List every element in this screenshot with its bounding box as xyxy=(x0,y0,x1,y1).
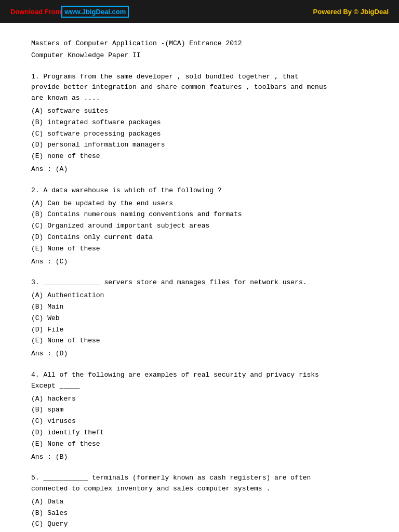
answer-3: Ans : (D) xyxy=(31,349,368,360)
option-4-5: (E) None of these xyxy=(31,439,368,450)
option-5-1: (A) Data xyxy=(31,497,368,508)
option-4-4: (D) identify theft xyxy=(31,428,368,438)
question-text-1: 1. Programs from the same developer , so… xyxy=(31,72,368,104)
header-line1: Masters of Computer Application -(MCA) E… xyxy=(31,38,368,49)
option-3-1: (A) Authentication xyxy=(31,290,368,301)
question-text-5: 5. ___________ terminals (formerly known… xyxy=(31,473,368,495)
question-text-3: 3. ______________ servers store and mana… xyxy=(31,277,368,288)
option-3-4: (D) File xyxy=(31,325,368,336)
powered-label: Powered By © JbigDeal xyxy=(313,8,389,16)
option-2-5: (E) None of these xyxy=(31,244,368,255)
question-text-2: 2. A data warehouse is which of the foll… xyxy=(31,185,368,196)
option-1-1: (A) software suites xyxy=(31,106,368,117)
header-line2: Computer Knowledge Paper II xyxy=(31,50,368,61)
option-4-3: (C) viruses xyxy=(31,416,368,427)
option-5-3: (C) Query xyxy=(31,519,368,530)
download-label: Download From xyxy=(10,8,61,16)
option-2-2: (B) Contains numerous naming conventions… xyxy=(31,209,368,220)
answer-1: Ans : (A) xyxy=(31,164,368,175)
main-content: Masters of Computer Application -(MCA) E… xyxy=(0,23,399,532)
option-1-3: (C) software processing packages xyxy=(31,129,368,140)
question-block-4: 4. All of the following are examples of … xyxy=(31,370,368,462)
option-4-1: (A) hackers xyxy=(31,394,368,405)
question-block-1: 1. Programs from the same developer , so… xyxy=(31,72,368,175)
question-block-3: 3. ______________ servers store and mana… xyxy=(31,277,368,360)
banner-left: Download From www.JbigDeal.com xyxy=(10,6,129,18)
option-1-2: (B) integrated software packages xyxy=(31,117,368,128)
option-2-4: (D) Contains only current data xyxy=(31,232,368,243)
option-3-3: (C) Web xyxy=(31,313,368,324)
option-4-2: (B) spam xyxy=(31,405,368,416)
banner-right: Powered By © JbigDeal xyxy=(313,8,389,16)
option-2-1: (A) Can be updated by the end users xyxy=(31,198,368,209)
option-2-3: (C) Organized around important subject a… xyxy=(31,221,368,232)
option-5-2: (B) Sales xyxy=(31,508,368,519)
question-text-4: 4. All of the following are examples of … xyxy=(31,370,368,392)
option-1-5: (E) none of these xyxy=(31,151,368,162)
question-block-5: 5. ___________ terminals (formerly known… xyxy=(31,473,368,532)
answer-2: Ans : (C) xyxy=(31,257,368,268)
option-1-4: (D) personal information managers xyxy=(31,140,368,151)
option-3-2: (B) Main xyxy=(31,302,368,313)
top-banner: Download From www.JbigDeal.com Powered B… xyxy=(0,0,399,23)
answer-4: Ans : (B) xyxy=(31,452,368,463)
banner-link[interactable]: www.JbigDeal.com xyxy=(61,6,129,18)
question-block-2: 2. A data warehouse is which of the foll… xyxy=(31,185,368,268)
option-3-5: (E) None of these xyxy=(31,336,368,347)
